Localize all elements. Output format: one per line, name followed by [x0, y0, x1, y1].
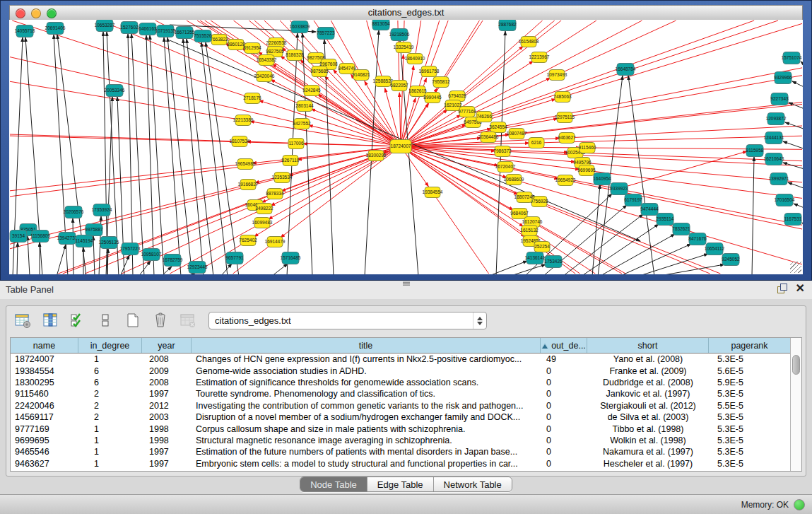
graph-node[interactable]: 12444131	[764, 132, 784, 144]
graph-node[interactable]: 2718176	[243, 93, 261, 104]
graph-node[interactable]: 9463627	[558, 133, 576, 144]
graph-node[interactable]: 11156809	[30, 230, 50, 243]
graph-node[interactable]: 746266	[476, 112, 492, 122]
graph-node[interactable]: 12923448	[187, 262, 208, 274]
graph-node[interactable]: 8115958	[746, 145, 764, 157]
graph-node[interactable]: 18724007	[390, 140, 411, 153]
graph-node[interactable]: 18107534	[230, 136, 250, 147]
delete-column-icon[interactable]	[151, 311, 170, 329]
column-header-out_de[interactable]: out_de...	[541, 338, 587, 353]
graph-node[interactable]: 8878334	[266, 189, 284, 199]
graph-node[interactable]: 7857223	[317, 28, 335, 40]
graph-node[interactable]: 19654985	[235, 159, 256, 170]
graph-node[interactable]: 19654923	[555, 175, 576, 186]
citation-network-graph[interactable]: 1872400718300295193845547663822886012889…	[9, 20, 803, 274]
graph-node[interactable]: 23420046	[254, 71, 275, 82]
graph-node[interactable]: 8267110	[282, 156, 300, 166]
graph-node[interactable]: 19218506	[389, 29, 410, 41]
graph-node[interactable]: 1527602	[120, 22, 139, 34]
graph-node[interactable]: 16720407	[495, 162, 516, 173]
graph-node[interactable]: 20206576	[64, 206, 84, 218]
graph-node[interactable]: 1753426	[544, 256, 563, 268]
graph-node[interactable]: 14136141	[525, 252, 546, 264]
table-row[interactable]: 1456911722003Disruption of a novel membe…	[11, 411, 790, 423]
graph-node[interactable]: 20364486	[478, 132, 499, 143]
graph-node[interactable]: 16648784	[616, 64, 636, 76]
graph-node[interactable]: 117006	[288, 139, 304, 149]
graph-node[interactable]: 18300295	[366, 151, 387, 161]
graph-node[interactable]: 18640910	[405, 54, 425, 64]
graph-node[interactable]: 9474444	[640, 204, 659, 216]
scrollbar-thumb[interactable]	[792, 355, 800, 375]
graph-node[interactable]: 16154808	[519, 37, 539, 47]
graph-node[interactable]: 7832621	[672, 223, 690, 235]
graph-node[interactable]: 9875685	[310, 66, 329, 77]
table-row[interactable]: 1830029562008Estimation of significance …	[11, 377, 790, 388]
table-mode-icon[interactable]	[13, 311, 32, 329]
graph-node[interactable]: 13325419	[394, 42, 414, 53]
graph-node[interactable]: 3624554	[489, 122, 507, 133]
graph-node[interactable]: 7986372	[493, 146, 512, 157]
graph-node[interactable]: 16914479	[265, 237, 286, 247]
graph-node[interactable]: 2887682	[498, 20, 517, 31]
graph-node[interactable]: 18807249	[514, 192, 535, 203]
column-header-name[interactable]: name	[11, 338, 78, 353]
graph-node[interactable]: 10688609	[504, 175, 524, 185]
table-row[interactable]: 1938455462009Genome-wide association stu…	[11, 365, 790, 376]
graph-node[interactable]: 7955812	[432, 77, 450, 88]
graph-node[interactable]: 7625402	[239, 235, 257, 246]
graph-node[interactable]: 9146821	[352, 70, 370, 81]
graph-node[interactable]: 16961758	[419, 66, 440, 77]
graph-node[interactable]: 10973493	[547, 70, 567, 81]
graph-node[interactable]: 1167531	[784, 214, 802, 226]
graph-node[interactable]: 1615132	[520, 226, 539, 236]
new-column-icon[interactable]	[124, 311, 142, 329]
graph-node[interactable]: 8186328	[286, 50, 304, 61]
graph-node[interactable]: 6179197	[624, 194, 642, 206]
table-source-select[interactable]: citations_edges.txt	[208, 312, 487, 329]
network-canvas[interactable]: 1872400718300295193845547663822886012889…	[9, 20, 803, 274]
graph-node[interactable]: 17016504	[775, 194, 795, 206]
graph-node[interactable]: 9245052	[722, 254, 740, 266]
graph-node[interactable]: 9657791	[225, 252, 244, 264]
graph-node[interactable]: 8860128	[227, 40, 245, 50]
graph-node[interactable]: 16099483	[252, 218, 273, 228]
graph-node[interactable]: 19384554	[423, 187, 443, 198]
graph-node[interactable]: 8471676	[688, 233, 707, 245]
graph-node[interactable]: 8912954	[243, 43, 261, 54]
graph-node[interactable]: 16210643	[764, 153, 784, 165]
graph-node[interactable]: 9115460	[579, 143, 596, 153]
graph-node[interactable]: 6466163	[139, 23, 157, 35]
tab-network-table[interactable]: Network Table	[434, 477, 512, 491]
graph-node[interactable]: 12213389	[233, 115, 254, 126]
table-row[interactable]: 969969511998Structural magnetic resonanc…	[11, 435, 790, 446]
graph-node[interactable]: 10654112	[705, 243, 725, 255]
graph-node[interactable]: 9339923	[610, 183, 628, 195]
table-row[interactable]: 977716911998Corpus callosum shape and si…	[11, 423, 790, 434]
graph-node[interactable]: 8427552	[293, 119, 311, 129]
graph-node[interactable]: 9329966	[774, 72, 792, 84]
graph-node[interactable]: 7515526	[194, 30, 212, 42]
graph-node[interactable]: 16782759	[163, 255, 183, 267]
splitter-grip[interactable]	[403, 281, 410, 286]
graph-node[interactable]: 9975887	[85, 224, 103, 236]
graph-node[interactable]: 20053346	[105, 85, 125, 97]
graph-node[interactable]: 9227343	[770, 93, 789, 105]
graph-node[interactable]: 10719135	[155, 25, 176, 37]
graph-node[interactable]: 17957223	[120, 243, 141, 255]
graph-node[interactable]: 7485063	[553, 92, 572, 103]
network-titlebar[interactable]: citations_edges.txt	[9, 5, 803, 21]
graph-node[interactable]: 12213967	[529, 52, 550, 63]
memory-status-icon[interactable]	[794, 499, 805, 510]
graph-node[interactable]: 1640954	[593, 173, 611, 185]
graph-node[interactable]: 17353924	[92, 204, 112, 216]
graph-node[interactable]: 14055718	[15, 25, 35, 37]
column-header-year[interactable]: year	[142, 338, 192, 353]
graph-node[interactable]: 1145194	[76, 235, 93, 247]
graph-node[interactable]: 12093872	[766, 113, 787, 125]
delete-table-icon[interactable]	[179, 311, 197, 329]
column-header-title[interactable]: title	[192, 338, 541, 353]
graph-node[interactable]: 16543382	[257, 55, 277, 66]
graph-node[interactable]: 39154	[10, 230, 27, 243]
tab-node-table[interactable]: Node Table	[300, 477, 367, 491]
